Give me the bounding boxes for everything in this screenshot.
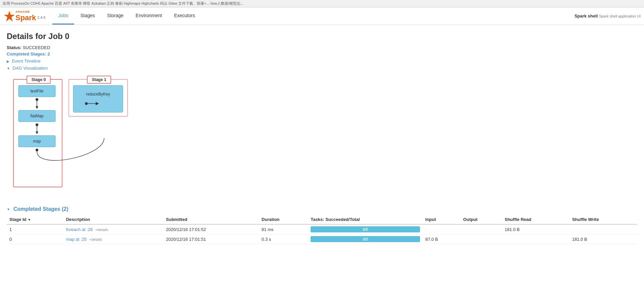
status-label: Status: (7, 45, 21, 50)
browser-bar: 应用 ProcessOn CDH5 Apache 百度 AIIT 有庫库 啤嗒 … (0, 0, 644, 7)
cell-stage-id: 0 (7, 234, 63, 244)
svg-point-12 (36, 149, 38, 151)
event-timeline-toggle[interactable]: ▶ Event Timeline (7, 59, 637, 64)
spark-logo: APACHE Spark 2.4.5 (3, 10, 46, 22)
table-row: 0 map at :25 +details 2020/12/16 17:01:5… (7, 234, 637, 244)
node-map: map (33, 139, 41, 144)
section-triangle-down-icon: ▼ (7, 207, 10, 211)
completed-stages-heading: Completed Stages (2) (13, 206, 68, 212)
cell-description: foreach at :26 +details (63, 224, 164, 234)
cell-description: map at :25 +details (63, 234, 164, 244)
cell-duration: 81 ms (259, 224, 308, 234)
svg-point-4 (36, 98, 38, 101)
progress-bar-fill: 2/2 (311, 226, 420, 232)
cell-shuffle-write: 181.0 B (569, 234, 637, 244)
col-output: Output (461, 215, 502, 224)
col-input: Input (423, 215, 461, 224)
cell-shuffle-read: 181.0 B (502, 224, 569, 234)
cell-input (423, 224, 461, 234)
node-flatmap: flatMap (30, 114, 44, 118)
cell-submitted: 2020/12/16 17:01:51 (163, 234, 259, 244)
stage1-label: Stage 1 (92, 77, 106, 82)
cell-tasks: 2/2 (308, 234, 422, 244)
main-content: Details for Job 0 Status: SUCCEEDED Comp… (0, 25, 644, 251)
cell-submitted: 2020/12/16 17:01:52 (163, 224, 259, 234)
stage0-label: Stage 0 (32, 77, 46, 82)
table-header-row: Stage Id ▼ Description Submitted Duratio… (7, 215, 637, 224)
cell-output (461, 224, 502, 234)
progress-bar-fill: 2/2 (311, 236, 420, 242)
cell-output (461, 234, 502, 244)
tab-environment[interactable]: Environment (130, 7, 168, 25)
app-info: Spark shell Spark shell application UI (574, 13, 641, 18)
completed-stages-section-header[interactable]: ▼ Completed Stages (2) (7, 206, 637, 212)
node-textfile: textFile (31, 89, 44, 93)
svg-marker-0 (4, 11, 15, 22)
spark-version: 2.4.5 (37, 15, 45, 20)
col-shuffle-read: Shuffle Read (502, 215, 569, 224)
node-reducebykey: reduceByKey (86, 92, 110, 97)
details-link[interactable]: +details (89, 237, 102, 241)
description-link[interactable]: foreach at :26 (66, 227, 93, 232)
cell-shuffle-read (502, 234, 569, 244)
dag-visualization-toggle[interactable]: ▼ DAG Visualization (7, 66, 637, 71)
status-value: SUCCEEDED (23, 45, 50, 50)
svg-point-8 (36, 123, 38, 126)
completed-stages-table: Stage Id ▼ Description Submitted Duratio… (7, 215, 637, 244)
cell-tasks: 2/2 (308, 224, 422, 234)
dag-visualization: Stage 0 textFile flatMap map (7, 73, 637, 198)
tab-stages[interactable]: Stages (74, 7, 101, 25)
col-submitted: Submitted (163, 215, 259, 224)
col-duration: Duration (259, 215, 308, 224)
cell-shuffle-write (569, 224, 637, 234)
details-link[interactable]: +details (95, 228, 108, 232)
spark-navbar: APACHE Spark 2.4.5 Jobs Stages Storage E… (0, 7, 644, 25)
completed-stages-line: Completed Stages: 2 (7, 51, 637, 56)
col-tasks: Tasks: Succeeded/Total (308, 215, 422, 224)
col-shuffle-write: Shuffle Write (569, 215, 637, 224)
cell-duration: 0.3 s (259, 234, 308, 244)
col-description: Description (63, 215, 164, 224)
triangle-right-icon: ▶ (7, 60, 9, 63)
table-row: 1 foreach at :26 +details 2020/12/16 17:… (7, 224, 637, 234)
spark-logo-text: Spark (15, 13, 36, 22)
job-status: Status: SUCCEEDED (7, 45, 637, 50)
triangle-down-icon: ▼ (7, 67, 10, 70)
completed-stages-link[interactable]: Completed Stages: 2 (7, 51, 50, 56)
svg-point-18 (85, 102, 88, 105)
main-nav: Jobs Stages Storage Environment Executor… (52, 7, 201, 25)
col-stage-id[interactable]: Stage Id ▼ (7, 215, 63, 224)
spark-logo-icon (3, 10, 15, 22)
cell-stage-id: 1 (7, 224, 63, 234)
dag-svg: Stage 0 textFile flatMap map (7, 73, 148, 197)
cell-input: 87.0 B (423, 234, 461, 244)
progress-bar: 2/2 (311, 226, 420, 232)
page-title: Details for Job 0 (7, 32, 637, 41)
tab-executors[interactable]: Executors (168, 7, 201, 25)
sort-icon: ▼ (28, 218, 31, 222)
svg-rect-15 (73, 85, 123, 112)
description-link[interactable]: map at :25 (66, 237, 87, 242)
tab-storage[interactable]: Storage (101, 7, 130, 25)
progress-bar: 2/2 (311, 236, 420, 242)
tab-jobs[interactable]: Jobs (52, 7, 75, 25)
